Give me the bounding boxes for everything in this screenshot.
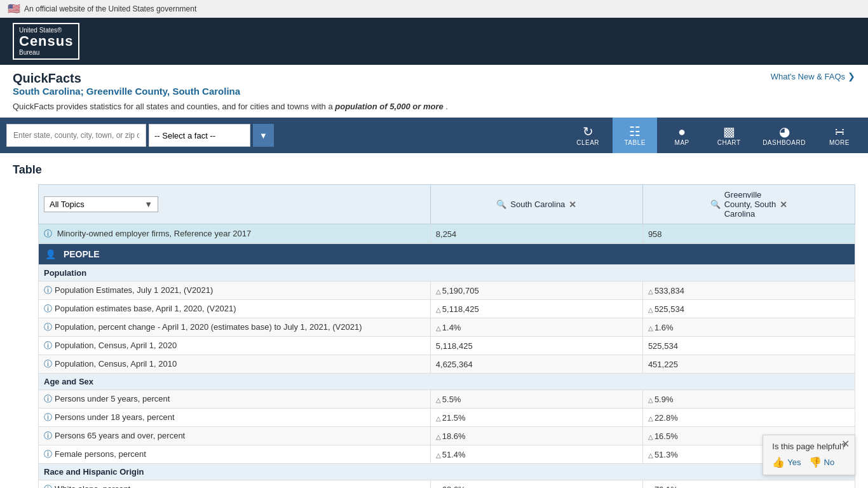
topic-filter-dropdown[interactable]: All Topics: [50, 200, 140, 209]
info-icon[interactable]: ⓘ: [44, 322, 52, 332]
info-icon[interactable]: ⓘ: [44, 394, 52, 403]
col1-header: 🔍 South Carolina ✕: [430, 185, 642, 224]
section-header-people: 👤 PEOPLE: [39, 244, 855, 265]
info-icon[interactable]: ⓘ: [44, 431, 52, 440]
table-row: ⓘPopulation, percent change - April 1, 2…: [39, 318, 855, 337]
highlight-info-icon[interactable]: ⓘ: [44, 229, 52, 238]
description: QuickFacts provides statistics for all s…: [0, 100, 868, 118]
more-icon: ∺: [834, 125, 845, 138]
clear-button[interactable]: ↻ CLEAR: [566, 118, 610, 153]
triangle-icon: △: [648, 415, 653, 422]
col1-header-label: South Carolina: [510, 200, 565, 209]
subsection-age-sex: Age and Sex: [39, 374, 855, 390]
chart-icon: ▩: [723, 125, 735, 138]
select-fact-arrow[interactable]: ▼: [253, 124, 274, 147]
logo-census: Census: [19, 34, 73, 49]
location-search-input[interactable]: [13, 131, 139, 140]
yes-label: Yes: [787, 458, 801, 467]
triangle-icon: △: [648, 433, 653, 440]
table-row: ⓘPopulation, Census, April 1, 2010 4,625…: [39, 355, 855, 374]
thumbs-down-icon: 👎: [809, 456, 822, 468]
census-logo[interactable]: United States® Census Bureau: [13, 23, 79, 60]
feedback-close-button[interactable]: ✕: [841, 438, 850, 450]
population-label: Population: [44, 268, 86, 278]
location-search-wrap[interactable]: [6, 124, 146, 147]
dashboard-icon: ◕: [779, 125, 790, 138]
triangle-icon: △: [436, 396, 441, 403]
highlight-val2: 958: [642, 224, 855, 244]
section-title: Table: [13, 163, 855, 177]
triangle-icon: △: [648, 325, 653, 332]
info-icon[interactable]: ⓘ: [44, 449, 52, 459]
col2-close-icon[interactable]: ✕: [780, 200, 787, 210]
page-subtitle: South Carolina; Greenville County, South…: [13, 86, 240, 97]
highlight-label: Minority-owned employer firms, Reference…: [57, 229, 252, 238]
map-icon: ●: [678, 125, 686, 138]
logo-bureau: Bureau: [19, 49, 73, 56]
title-area: QuickFacts South Carolina; Greenville Co…: [0, 65, 868, 100]
subsection-race: Race and Hispanic Origin: [39, 464, 855, 480]
info-icon[interactable]: ⓘ: [44, 412, 52, 422]
dashboard-button[interactable]: ◕ DASHBOARD: [754, 118, 815, 153]
map-button[interactable]: ● MAP: [660, 118, 704, 153]
clear-icon: ↻: [583, 125, 593, 138]
thumbs-up-icon: 👍: [772, 456, 785, 468]
feedback-yes-button[interactable]: 👍 Yes: [772, 456, 801, 468]
table-row: ⓘPersons under 18 years, percent △21.5% …: [39, 409, 855, 427]
col2-search-icon[interactable]: 🔍: [710, 200, 721, 209]
feedback-buttons: 👍 Yes 👎 No: [772, 456, 846, 468]
feedback-widget: ✕ Is this page helpful? 👍 Yes 👎 No: [763, 435, 855, 475]
info-icon[interactable]: ⓘ: [44, 304, 52, 313]
more-button[interactable]: ∺ MORE: [817, 118, 862, 153]
table-row: ⓘPersons 65 years and over, percent △18.…: [39, 427, 855, 445]
triangle-icon: △: [436, 415, 441, 422]
col1-search-icon[interactable]: 🔍: [496, 200, 506, 209]
topic-filter-wrap[interactable]: All Topics ▼: [44, 196, 158, 212]
highlight-row: ⓘ Minority-owned employer firms, Referen…: [39, 224, 855, 244]
table-row: ⓘPopulation Estimates, July 1 2021, (V20…: [39, 281, 855, 300]
site-header: United States® Census Bureau: [0, 18, 868, 65]
table-row: ⓘWhite alone, percent △68.6% △76.1%: [39, 480, 855, 488]
map-label: MAP: [675, 139, 689, 146]
clear-label: CLEAR: [576, 139, 599, 146]
race-label: Race and Hispanic Origin: [44, 467, 144, 477]
gov-banner: 🇺🇸 An official website of the United Sta…: [0, 0, 868, 18]
chart-label: CHART: [717, 139, 741, 146]
whats-new-label: What's New & FAQs: [771, 72, 845, 81]
people-label: PEOPLE: [64, 249, 100, 259]
age-sex-label: Age and Sex: [44, 377, 93, 386]
table-label: TABLE: [624, 139, 645, 146]
select-fact-wrap[interactable]: -- Select a fact --: [149, 124, 250, 147]
people-icon: 👤: [45, 249, 56, 259]
triangle-icon: △: [436, 288, 441, 295]
us-flag-icon: 🇺🇸: [8, 3, 20, 15]
highlight-val1: 8,254: [430, 224, 642, 244]
dashboard-label: DASHBOARD: [763, 139, 806, 146]
table-icon: ☷: [629, 125, 641, 138]
col1-close-icon[interactable]: ✕: [569, 200, 576, 210]
main-content: Table All Topics ▼ 🔍: [0, 153, 868, 488]
info-icon[interactable]: ⓘ: [44, 341, 52, 350]
table-row: ⓘPopulation, Census, April 1, 2020 5,118…: [39, 337, 855, 355]
subsection-population: Population: [39, 265, 855, 281]
col2-header: 🔍 Greenville County, South Carolina ✕: [642, 185, 855, 224]
info-icon[interactable]: ⓘ: [44, 285, 52, 295]
desc-text-before: QuickFacts provides statistics for all s…: [13, 102, 333, 111]
info-icon[interactable]: ⓘ: [44, 359, 52, 369]
desc-text-after: .: [445, 102, 448, 111]
data-table: All Topics ▼ 🔍 South Carolina ✕: [38, 184, 855, 488]
table-row: ⓘFemale persons, percent △51.4% △51.3%: [39, 445, 855, 464]
table-button[interactable]: ☷ TABLE: [613, 118, 657, 153]
triangle-icon: △: [648, 396, 653, 403]
filter-row: All Topics ▼ 🔍 South Carolina ✕: [39, 185, 855, 224]
no-label: No: [824, 458, 835, 467]
feedback-no-button[interactable]: 👎 No: [809, 456, 835, 468]
chart-button[interactable]: ▩ CHART: [707, 118, 751, 153]
triangle-icon: △: [436, 433, 441, 440]
whats-new-link[interactable]: What's New & FAQs ❯: [771, 71, 855, 81]
table-row: ⓘPopulation estimates base, April 1, 202…: [39, 300, 855, 318]
page-title: QuickFacts: [13, 71, 240, 86]
info-icon[interactable]: ⓘ: [44, 484, 52, 488]
select-fact-dropdown[interactable]: -- Select a fact --: [154, 131, 245, 140]
triangle-icon: △: [436, 306, 441, 313]
